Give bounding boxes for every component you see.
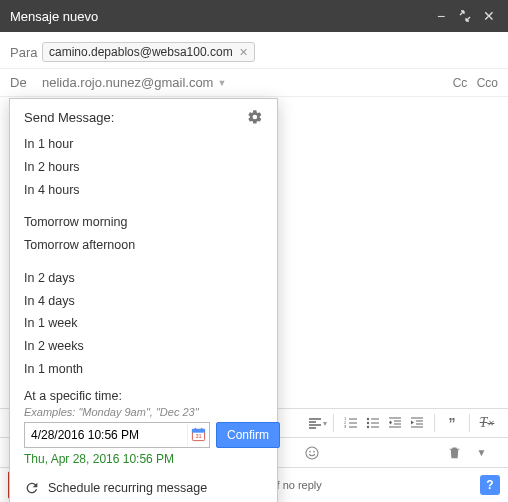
clear-format-icon[interactable]: T✕ <box>476 412 498 434</box>
emoji-icon[interactable] <box>300 441 324 465</box>
svg-point-11 <box>306 447 318 459</box>
schedule-option[interactable]: In 2 days <box>24 267 263 290</box>
bcc-link[interactable]: Cco <box>477 76 498 90</box>
schedule-option[interactable]: In 2 weeks <box>24 335 263 358</box>
refresh-icon <box>24 480 40 496</box>
gear-icon[interactable] <box>247 109 263 125</box>
schedule-option[interactable]: In 1 hour <box>24 133 263 156</box>
window-title: Mensaje nuevo <box>10 9 426 24</box>
more-icon[interactable]: ▼ <box>470 441 494 465</box>
svg-rect-2 <box>195 428 196 431</box>
schedule-option[interactable]: Tomorrow morning <box>24 211 263 234</box>
schedule-option[interactable]: In 4 days <box>24 290 263 313</box>
confirm-button[interactable]: Confirm <box>216 422 280 448</box>
svg-point-8 <box>367 418 369 420</box>
calendar-icon[interactable]: 31 <box>187 424 209 446</box>
schedule-option[interactable]: In 4 hours <box>24 179 263 202</box>
popup-header: Send Message: <box>24 110 114 125</box>
specific-time-label: At a specific time: <box>24 389 263 403</box>
resolved-datetime: Thu, Apr 28, 2016 10:56 PM <box>24 452 263 466</box>
svg-rect-3 <box>201 428 202 431</box>
schedule-popup: Send Message: In 1 hour In 2 hours In 4 … <box>9 98 278 502</box>
svg-rect-1 <box>192 429 204 432</box>
minimize-button[interactable]: − <box>432 7 450 25</box>
indent-more-icon[interactable] <box>406 412 428 434</box>
svg-text:3: 3 <box>344 424 347 429</box>
svg-point-9 <box>367 422 369 424</box>
chip-remove-icon[interactable]: ✕ <box>239 46 248 59</box>
to-label: Para <box>10 45 42 60</box>
recurring-label: Schedule recurring message <box>48 481 207 495</box>
schedule-option[interactable]: In 1 week <box>24 312 263 335</box>
indent-less-icon[interactable] <box>384 412 406 434</box>
if-no-reply-label: if no reply <box>274 479 322 491</box>
svg-point-13 <box>313 450 315 452</box>
close-button[interactable]: ✕ <box>480 7 498 25</box>
recipient-chip[interactable]: camino.depablos@websa100.com ✕ <box>42 42 255 62</box>
recipient-email: camino.depablos@websa100.com <box>49 45 233 59</box>
schedule-recurring[interactable]: Schedule recurring message <box>24 480 263 496</box>
schedule-option[interactable]: In 1 month <box>24 358 263 381</box>
datetime-input[interactable] <box>25 423 187 447</box>
list-ordered-icon[interactable]: 123 <box>340 412 362 434</box>
schedule-option[interactable]: Tomorrow afternoon <box>24 234 263 257</box>
trash-icon[interactable] <box>442 441 466 465</box>
cc-link[interactable]: Cc <box>453 76 468 90</box>
from-label: De <box>10 75 42 90</box>
examples-hint: Examples: "Monday 9am", "Dec 23" <box>24 406 263 418</box>
list-bullet-icon[interactable] <box>362 412 384 434</box>
quote-icon[interactable]: ” <box>441 412 463 434</box>
svg-text:31: 31 <box>195 433 201 439</box>
svg-point-12 <box>309 450 311 452</box>
svg-point-10 <box>367 426 369 428</box>
schedule-option[interactable]: In 2 hours <box>24 156 263 179</box>
from-dropdown-icon[interactable]: ▼ <box>217 78 226 88</box>
maximize-button[interactable] <box>456 7 474 25</box>
from-address[interactable]: nelida.rojo.nunez@gmail.com <box>42 75 213 90</box>
help-icon[interactable]: ? <box>480 475 500 495</box>
